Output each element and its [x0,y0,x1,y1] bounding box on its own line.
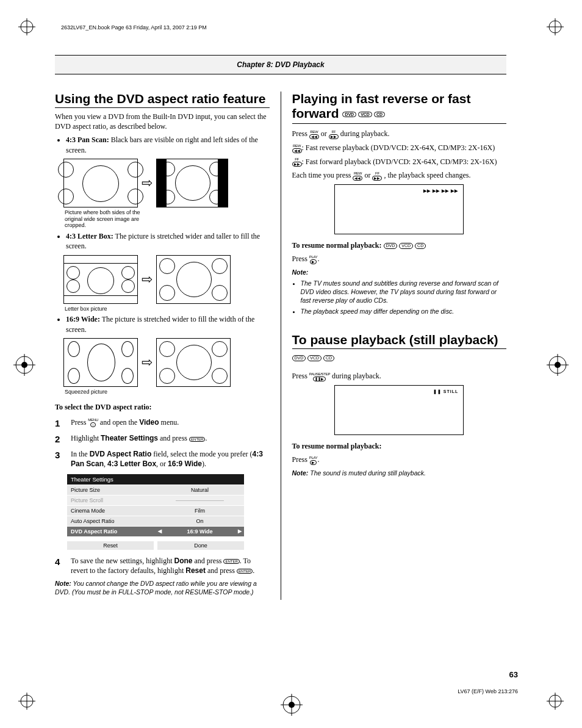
step-3: In the DVD Aspect Ratio field, select th… [71,449,270,469]
intro-text: When you view a DVD from the Built-In DV… [55,112,270,131]
fast-p4: Each time you press REW◀◀ or FF▶▶ , the … [292,170,507,181]
play-button-icon: PLAY▶ [309,255,318,264]
resume-head-1: To resume normal playback: DVDVCDCD [292,240,507,250]
rew-button-icon: REW◀◀ [309,130,319,139]
disc-badges: DVDVCDCD [384,243,426,249]
disc-badges: DVDVCDCD [342,112,385,118]
play-button-icon: PLAY▶ [309,456,318,465]
enter-button-icon: ENTER [237,568,253,574]
caption-169wide: Squeezed picture [65,389,144,395]
note-head: Note: [292,268,507,276]
select-subhead: To select the DVD aspect ratio: [55,402,270,412]
reg-target-icon [13,354,35,376]
enter-button-icon: ENTER [223,558,239,564]
rew-button-icon: REW◀◀ [292,144,302,153]
arrow-icon: ⇨ [142,356,153,369]
figure-letterbox: ⇨ [63,255,270,304]
section-fast-play: Playing in fast reverse or fast forward … [292,92,507,121]
caption-panscan: Picture where both sides of the original… [65,209,144,229]
section-pause: To pause playback (still playback) [292,333,507,349]
ff-button-icon: FF▶▶ [329,130,339,139]
note-aspect: Note: You cannot change the DVD aspect r… [55,579,270,596]
step-1: Press MENU○ and open the Video menu. [71,417,270,430]
tv-osd-still: ❚❚ STILL [334,385,464,435]
reg-target-icon [281,694,303,716]
note-item: The playback speed may differ depending … [301,307,507,315]
book-header-line: 2632LV67_EN.book Page 63 Friday, April 1… [61,24,527,31]
bullet-169wide: 16:9 Wide: The picture is stretched wide… [66,314,270,334]
tv-osd-fast: ▶▶ ▶▶ ▶▶ ▶▶ [334,184,464,234]
note-still: Note: The sound is muted during still pl… [292,469,507,477]
menu-button-icon: MENU○ [88,418,98,427]
disc-badges: DVDVCDCD [292,355,335,361]
resume-text-2: Press PLAY▶. [292,455,507,465]
resume-text-1: Press PLAY▶. [292,254,507,264]
bullet-letterbox: 4:3 Letter Box: The picture is stretched… [66,231,270,251]
section-aspect-ratio: Using the DVD aspect ratio feature [55,92,270,108]
reg-target-icon [547,354,569,376]
note-item: The TV mutes sound and subtitles during … [301,279,507,305]
rew-button-icon: REW◀◀ [353,171,362,181]
crop-mark-icon [18,693,35,710]
step-4: To save the new settings, highlight Done… [71,556,270,575]
crop-mark-icon [547,693,564,710]
menu-title: Theater Settings [67,474,244,485]
chapter-heading: Chapter 8: DVD Playback [55,55,506,74]
right-column: Playing in fast reverse or fast forward … [292,92,507,600]
footer-code: LV67 (E/F) Web 213:276 [458,688,518,694]
menu-reset: Reset [67,541,154,550]
ff-button-icon: FF▶▶ [292,157,302,167]
pause-button-icon: PAUSE/STEP❚❚▶ [309,372,330,381]
ff-button-icon: FF▶▶ [372,171,382,181]
theater-settings-menu: Theater Settings Picture SizeNatural Pic… [67,474,244,536]
column-divider [281,92,281,600]
bullet-panscan: 4:3 Pan Scan: Black bars are visible on … [66,135,270,154]
pause-p: Press PAUSE/STEP❚❚▶ during playback. [292,371,507,381]
resume-head-2: To resume normal playback: [292,441,507,451]
crop-mark-icon [18,18,35,35]
figure-169wide: ⇨ [63,338,270,387]
crop-mark-icon [547,18,564,35]
caption-letterbox: Letter box picture [65,306,144,312]
fast-p2: REW◀◀: Fast reverse playback (DVD/VCD: 2… [292,143,507,153]
menu-done: Done [157,541,244,550]
fast-p3: FF▶▶: Fast forward playback (DVD/VCD: 2X… [292,157,507,167]
enter-button-icon: ENTER [189,436,205,442]
figure-panscan: ⇨ [63,159,270,207]
fast-p1: Press REW◀◀ or FF▶▶ during playback. [292,129,507,139]
arrow-icon: ⇨ [142,273,153,286]
step-2: Highlight Theater Settings and press ENT… [71,433,270,445]
left-column: Using the DVD aspect ratio feature When … [55,92,270,600]
page-number: 63 [509,670,518,679]
arrow-icon: ⇨ [142,176,153,190]
